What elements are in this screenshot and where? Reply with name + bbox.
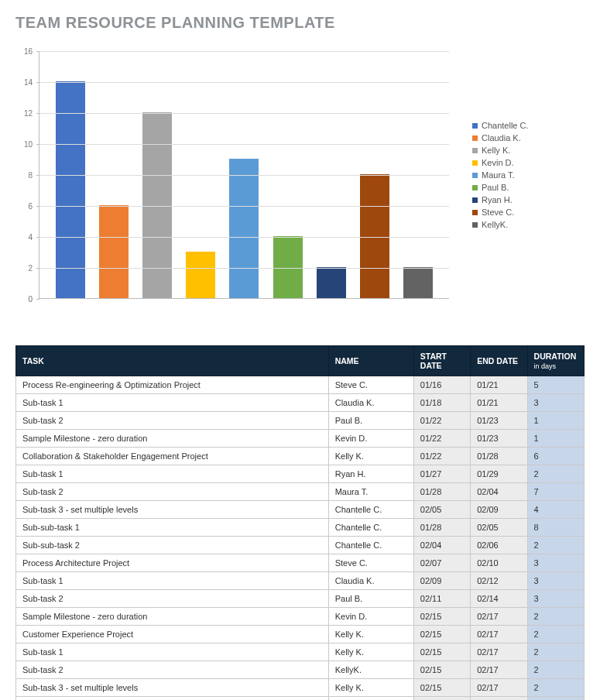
cell-task: Sub-task 2 (16, 661, 329, 679)
cell-end: 02/09 (471, 501, 527, 519)
bar (99, 205, 129, 298)
table-row: Sub-task 1Claudia K.01/1801/213 (16, 394, 585, 412)
table-row: Sub-task 2Maura T.01/2802/047 (16, 483, 585, 501)
legend-item: Kelly K. (472, 146, 529, 155)
cell-name: Kelly K. (328, 626, 413, 643)
legend-item: KellyK. (472, 220, 529, 229)
cell-name: Claudia K. (328, 394, 413, 412)
cell-end: 02/17 (471, 661, 527, 679)
legend-swatch (472, 185, 478, 190)
gridline (39, 268, 449, 269)
cell-start: 01/16 (413, 376, 470, 394)
cell-name: Kelly K. (328, 679, 413, 697)
bar (273, 236, 303, 298)
cell-end: 02/17 (471, 697, 527, 701)
legend-swatch (472, 210, 478, 215)
cell-start: 01/22 (413, 430, 470, 448)
chart-legend: Chantelle C.Claudia K.Kelly K.Kevin D.Ma… (472, 121, 529, 232)
cell-name: Kevin D. (328, 430, 413, 448)
cell-duration: 1 (527, 430, 584, 448)
table-row: Process Re-engineering & Optimization Pr… (16, 376, 585, 394)
cell-end: 01/28 (471, 448, 527, 465)
cell-duration: 2 (527, 465, 584, 483)
bar (56, 81, 85, 298)
legend-swatch (472, 160, 478, 166)
plot-region (39, 51, 449, 299)
legend-label: Kelly K. (482, 146, 510, 155)
cell-task: Sub-task 1 (16, 643, 329, 661)
cell-start: 01/18 (413, 394, 470, 412)
cell-name: Paul B. (328, 590, 413, 608)
y-tick-label: 8 (28, 171, 33, 180)
cell-task: Process Re-engineering & Optimization Pr… (16, 376, 329, 394)
legend-label: Steve C. (482, 208, 514, 217)
cell-task: Sub-task 3 - set multiple levels (16, 679, 329, 697)
cell-task: Collaboration & Stakeholder Engagement P… (16, 448, 329, 465)
cell-start: 02/15 (413, 661, 470, 679)
cell-name: Maura T. (328, 483, 413, 501)
cell-task: Sub-sub-task 1 (16, 519, 329, 537)
table-header-row: TASK NAME START DATE END DATE DURATION i… (16, 346, 585, 376)
cell-name: Steve C. (328, 376, 413, 394)
cell-duration: 3 (527, 394, 584, 412)
cell-name: Ryan H. (328, 465, 413, 483)
legend-item: Maura T. (472, 170, 529, 180)
cell-end: 02/10 (471, 554, 527, 572)
cell-task: Sub-task 2 (16, 412, 329, 430)
table-body: Process Re-engineering & Optimization Pr… (16, 376, 585, 701)
task-table: TASK NAME START DATE END DATE DURATION i… (15, 345, 585, 700)
header-task: TASK (16, 346, 329, 376)
cell-name: Paul B. (328, 412, 413, 430)
header-start: START DATE (413, 346, 470, 376)
header-name: NAME (328, 346, 413, 376)
cell-duration: 2 (527, 537, 584, 554)
cell-end: 02/17 (471, 679, 527, 697)
bar (142, 112, 172, 298)
cell-task: Sub-task 2 (16, 590, 329, 608)
cell-start: 02/07 (413, 554, 470, 572)
table-row: Sub-task 1Claudia K.02/0902/123 (16, 572, 585, 590)
cell-start: 01/28 (413, 483, 470, 501)
table-row: Customer Experience ProjectKelly K.02/15… (16, 626, 585, 643)
cell-start: 02/11 (413, 590, 470, 608)
y-tickmark (36, 268, 39, 269)
y-axis: 0246810121416 (15, 51, 39, 299)
y-tick-label: 12 (24, 109, 33, 118)
y-tick-label: 6 (28, 202, 33, 211)
header-duration: DURATION in days (527, 346, 584, 376)
cell-task: Sub-sub-task 1 (16, 697, 329, 701)
cell-end: 02/17 (471, 608, 527, 626)
cell-name: Chantelle C. (328, 519, 413, 537)
y-tickmark (36, 175, 39, 176)
cell-start: 02/15 (413, 679, 470, 697)
cell-duration: 5 (527, 376, 584, 394)
cell-start: 02/15 (413, 697, 470, 701)
legend-swatch (472, 136, 478, 141)
legend-swatch (472, 148, 478, 153)
legend-item: Chantelle C. (472, 121, 529, 130)
cell-end: 01/23 (471, 412, 527, 430)
cell-task: Sub-task 3 - set multiple levels (16, 501, 329, 519)
cell-end: 01/29 (471, 465, 527, 483)
table-row: Sub-task 2Paul B.02/1102/143 (16, 590, 585, 608)
legend-swatch (472, 173, 478, 178)
cell-end: 02/04 (471, 483, 527, 501)
gridline (39, 113, 449, 114)
cell-duration: 4 (527, 501, 584, 519)
cell-duration: 1 (527, 412, 584, 430)
table-row: Sub-task 1Ryan H.01/2701/292 (16, 465, 585, 483)
y-tick-label: 4 (28, 233, 33, 242)
table-row: Sub-task 3 - set multiple levelsChantell… (16, 501, 585, 519)
cell-task: Sub-task 1 (16, 572, 329, 590)
bar (229, 159, 259, 298)
cell-name: KellyK. (328, 661, 413, 679)
y-tickmark (36, 82, 39, 83)
y-tick-label: 10 (24, 140, 33, 149)
table-row: Sample Milestone - zero durationKevin D.… (16, 608, 585, 626)
cell-duration: 2 (527, 643, 584, 661)
gridline (39, 175, 449, 176)
cell-start: 01/22 (413, 412, 470, 430)
cell-start: 01/27 (413, 465, 470, 483)
table-row: Sub-sub-task 1Chantelle C.01/2802/058 (16, 519, 585, 537)
y-tickmark (36, 299, 39, 300)
